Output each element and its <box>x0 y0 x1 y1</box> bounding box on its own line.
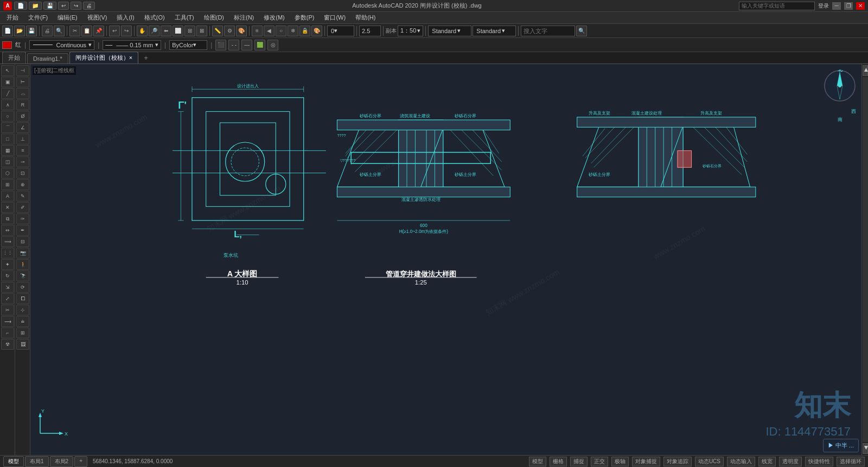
tool-view-mgr[interactable]: ⊟ <box>16 236 29 247</box>
status-lw[interactable]: 线宽 <box>758 457 776 466</box>
print-btn[interactable]: 🖨 <box>83 2 95 10</box>
text-search-btn[interactable]: 🔍 <box>576 26 587 36</box>
layout-tab-2[interactable]: 布局2 <box>50 456 74 467</box>
tool-table[interactable]: ⊞ <box>1 179 14 190</box>
tb-color[interactable]: 🎨 <box>311 26 322 36</box>
tb-cut[interactable]: ✂ <box>69 26 80 36</box>
status-snap[interactable]: 捕捉 <box>570 457 588 466</box>
layer-dropdown[interactable]: 0▾ <box>327 26 354 36</box>
status-model[interactable]: 模型 <box>529 457 546 466</box>
menu-modify[interactable]: 修改(M) <box>259 12 289 23</box>
tb-new[interactable]: 📄 <box>2 26 13 36</box>
tb-copy[interactable]: 📋 <box>81 26 92 36</box>
tool-select[interactable]: ↖ <box>1 65 14 76</box>
menu-view[interactable]: 视图(V) <box>83 12 112 23</box>
tool-markup4[interactable]: ✒ <box>16 225 29 236</box>
tool-tol[interactable]: ⊡ <box>16 168 29 179</box>
tool-select2[interactable]: ▣ <box>1 77 14 87</box>
tool-arc[interactable]: ⌒ <box>1 122 14 133</box>
lineweight-dropdown[interactable]: — —— 0.15 mm ▾ <box>103 40 161 50</box>
tool-markup[interactable]: ✎ <box>16 191 29 201</box>
tb-pan[interactable]: ✋ <box>137 26 148 36</box>
tool-dim-diameter[interactable]: Ø <box>16 111 29 122</box>
layout-tab-1[interactable]: 布局1 <box>25 456 49 467</box>
tb-lock[interactable]: 🔒 <box>299 26 310 36</box>
tool-dim-radius[interactable]: R <box>16 99 29 110</box>
search-box[interactable] <box>739 2 815 10</box>
tool-polyline[interactable]: ∧ <box>1 99 14 110</box>
ratio-dropdown[interactable]: 1：50▾ <box>398 26 423 36</box>
status-osnap[interactable]: 对象捕捉 <box>632 457 660 466</box>
tool-copy[interactable]: ⧉ <box>1 213 14 224</box>
status-ortho[interactable]: 正交 <box>591 457 608 466</box>
tool-line[interactable]: ╱ <box>1 88 14 99</box>
tb-layer[interactable]: ≡ <box>252 26 263 36</box>
status-dynin[interactable]: 动态输入 <box>727 457 755 466</box>
status-ducs[interactable]: 动态UCS <box>695 457 724 466</box>
tool-move[interactable]: ✦ <box>1 259 14 270</box>
tb-save[interactable]: 💾 <box>26 26 37 36</box>
add-tab-btn[interactable]: + <box>139 52 152 64</box>
tb-layerprev[interactable]: ◀ <box>264 26 275 36</box>
menu-insert[interactable]: 插入(I) <box>112 12 138 23</box>
tool-fillet[interactable]: ⌐ <box>1 327 14 338</box>
tool-center[interactable]: ⊕ <box>16 179 29 190</box>
tool-gradient[interactable]: ◫ <box>1 156 14 167</box>
tb-lw2[interactable]: — <box>241 40 252 51</box>
tb-open[interactable]: 📂 <box>14 26 25 36</box>
add-layout-btn[interactable]: + <box>74 456 87 467</box>
tool-mtext[interactable]: A <box>1 191 14 201</box>
tool-walk[interactable]: 🚶 <box>16 259 29 270</box>
status-otrack[interactable]: 对象追踪 <box>663 457 692 466</box>
tool-xref[interactable]: ⊞ <box>16 327 29 338</box>
save-btn[interactable]: 💾 <box>43 2 56 10</box>
tool-dim-ord[interactable]: ⊥ <box>16 134 29 144</box>
tab-zhaojing[interactable]: 闸井设计图（校核）× <box>69 52 138 64</box>
tool-circle[interactable]: ○ <box>1 111 14 122</box>
open-btn[interactable]: 📁 <box>29 2 42 10</box>
tool-image[interactable]: 🖼 <box>16 339 29 350</box>
tool-dim-align[interactable]: ⊢ <box>16 77 29 87</box>
tool-dim-qd[interactable]: ≡ <box>16 145 29 156</box>
menu-params[interactable]: 参数(P) <box>290 12 319 23</box>
tb-properties[interactable]: ⚙ <box>224 26 235 36</box>
tab-drawing1[interactable]: Drawing1.* <box>27 53 68 64</box>
tb-zoom-all[interactable]: ⊠ <box>196 26 207 36</box>
tool-extend[interactable]: ⟶ <box>1 316 14 327</box>
tool-leader[interactable]: ⊸ <box>16 156 29 167</box>
status-grid[interactable]: 栅格 <box>550 457 567 466</box>
text-search-input[interactable] <box>521 26 575 36</box>
tool-dim-angle[interactable]: ∠ <box>16 122 29 133</box>
tb-measure[interactable]: 📏 <box>212 26 223 36</box>
linetype-dropdown[interactable]: Continuous ▾ <box>29 40 94 50</box>
user-login[interactable]: 登录 <box>818 2 829 10</box>
tool-3d-nav[interactable]: 🔭 <box>16 270 29 281</box>
tb-plot-style[interactable]: ⬛ <box>215 40 226 51</box>
tool-mirror[interactable]: ⇔ <box>1 225 14 236</box>
tool-insert[interactable]: ⊹ <box>16 305 29 315</box>
tb-off[interactable]: ○ <box>276 26 286 36</box>
tool-block[interactable]: ⧠ <box>16 293 29 304</box>
scrollbar-vertical[interactable]: ▲ ▼ <box>861 64 868 455</box>
close-btn[interactable]: ✕ <box>856 2 865 10</box>
tool-stretch[interactable]: ⤢ <box>1 293 14 304</box>
tool-dim-linear[interactable]: ⊣ <box>16 65 29 76</box>
menu-window[interactable]: 窗口(W) <box>320 12 350 23</box>
tool-dim-arc[interactable]: ⌓ <box>16 88 29 99</box>
restore-btn[interactable]: ❐ <box>844 2 853 10</box>
tool-array[interactable]: ⋮⋮ <box>1 248 14 258</box>
tb-preview[interactable]: 🔍 <box>54 26 65 36</box>
scroll-up-btn[interactable]: ▲ <box>863 65 868 76</box>
tool-explode[interactable]: ☢ <box>1 339 14 350</box>
tb-match[interactable]: 🎨 <box>236 26 247 36</box>
minimize-btn[interactable]: ─ <box>832 2 841 10</box>
redo-btn[interactable]: ↪ <box>71 2 81 10</box>
menu-tools[interactable]: 工具(T) <box>170 12 199 23</box>
tool-rotate[interactable]: ↻ <box>1 270 14 281</box>
tb-material[interactable]: 🟩 <box>254 40 265 51</box>
tb-linetype2[interactable]: - - <box>228 40 239 51</box>
tb-zoom-win[interactable]: ⬜ <box>173 26 183 36</box>
tool-erase[interactable]: ✕ <box>1 202 14 213</box>
tool-rect[interactable]: □ <box>1 134 14 144</box>
status-transparency[interactable]: 透明度 <box>779 457 802 466</box>
